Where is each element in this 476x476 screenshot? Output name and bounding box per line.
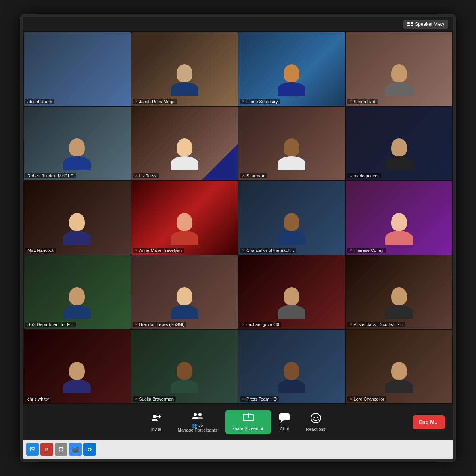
taskbar-zoom-icon[interactable]: 📹 — [69, 443, 82, 456]
invite-button[interactable]: Invite — [143, 409, 170, 435]
svg-point-0 — [153, 415, 157, 418]
taskbar: ✉ P ⚙ 📹 O — [23, 440, 453, 459]
video-tile-lord-chancellor[interactable]: ✕Lord Chancellor — [346, 330, 453, 403]
video-tile-markspencer[interactable]: ✕markspencer — [346, 107, 453, 180]
name-text-chancellor: Chancellor of the Exch... — [246, 248, 294, 253]
video-tile-sos-dept[interactable]: SoS Department for E... — [24, 255, 131, 329]
video-tile-whitty[interactable]: chris whitty — [24, 330, 131, 403]
mute-icon: ✕ — [349, 248, 353, 252]
video-tile-robert[interactable]: Robert Jenrick, MHCLG — [24, 107, 131, 180]
speaker-view-button[interactable]: Speaker View — [403, 20, 448, 29]
video-tile-liz[interactable]: ✕Liz Truss — [131, 107, 238, 180]
participants-button[interactable]: 👥 35 Manage Participants — [170, 409, 225, 436]
participant-name-robert: Robert Jenrick, MHCLG — [25, 173, 76, 178]
mute-icon: ✕ — [135, 248, 138, 252]
name-text-braverman: Suella Braverman — [139, 397, 174, 401]
video-tile-press-team[interactable]: ✕Press Team HQ — [238, 330, 345, 403]
taskbar-settings-icon[interactable]: ⚙ — [55, 443, 67, 456]
taskbar-mail-icon[interactable]: ✉ — [26, 443, 39, 456]
participant-name-simon: ✕Simon Hart — [347, 99, 378, 104]
participant-name-markspencer: ✕markspencer — [347, 173, 381, 178]
name-text-jacob: Jacob Rees-Mogg — [139, 99, 175, 104]
person-sim-hancock — [63, 213, 91, 245]
video-tile-braverman[interactable]: ✕Suella Braverman — [131, 330, 238, 403]
speaker-view-label: Speaker View — [415, 21, 444, 27]
reactions-button[interactable]: Reactions — [298, 409, 333, 435]
svg-point-3 — [194, 413, 197, 416]
person-sim-alister — [385, 287, 413, 319]
share-screen-button[interactable]: Share Screen ▲ — [225, 410, 271, 434]
mute-icon: ✕ — [242, 100, 245, 104]
video-tile-jacob[interactable]: ✕Jacob Rees-Mogg — [131, 32, 238, 106]
name-text-simon: Simon Hart — [354, 99, 376, 104]
video-tile-brandon[interactable]: ✕Brandon Lewis (SoSNI) — [131, 255, 238, 329]
participant-name-jacob: ✕Jacob Rees-Mogg — [133, 99, 177, 104]
invite-icon — [151, 413, 162, 425]
mute-icon: ✕ — [242, 397, 245, 401]
video-tile-alister[interactable]: ✕Alister Jack - Scottish S... — [346, 255, 453, 329]
participant-name-sos-dept: SoS Department for E... — [25, 322, 76, 327]
person-sim-sharma — [278, 138, 305, 170]
participant-name-gove: ✕michael.gove739 — [240, 322, 281, 327]
svg-marker-8 — [280, 420, 284, 423]
chat-label: Chat — [280, 426, 289, 431]
name-text-home-sec: Home Secretary — [246, 99, 278, 104]
name-text-cabinet-room: abinet Room — [27, 99, 52, 104]
participants-count-container: 👥 35 Manage Participants — [178, 423, 217, 432]
svg-point-10 — [313, 417, 315, 418]
chat-icon — [279, 413, 290, 425]
person-sim-liz — [171, 138, 198, 170]
mute-icon: ✕ — [349, 174, 353, 178]
video-tile-chancellor[interactable]: ✕Chancellor of the Exch... — [238, 181, 345, 255]
participant-name-alister: ✕Alister Jack - Scottish S... — [347, 322, 405, 327]
person-sim-chancellor — [278, 213, 305, 245]
video-tile-coffey[interactable]: ✕Therese Coffey — [346, 181, 453, 255]
person-sim-braverman — [171, 362, 198, 393]
person-sim-simon — [385, 64, 413, 96]
participants-icon — [192, 412, 203, 421]
participant-name-trevelyan: ✕Anne-Marie Trevelyan — [133, 248, 184, 253]
person-sim-jacob — [171, 64, 198, 96]
chat-button[interactable]: Chat — [271, 410, 298, 434]
name-text-markspencer: markspencer — [354, 173, 379, 178]
taskbar-ppt-icon[interactable]: P — [40, 443, 53, 456]
name-text-sharma: SharmaA — [246, 173, 265, 178]
person-sim-whitty — [63, 362, 91, 393]
participant-name-liz: ✕Liz Truss — [133, 173, 159, 178]
video-tile-cabinet-room[interactable]: abinet Room — [24, 32, 131, 106]
monitor: Speaker View abinet Room✕Jacob Rees-Mogg… — [20, 14, 456, 462]
participants-count-icon: 👥 — [192, 423, 197, 428]
name-text-hancock: Matt Hancock — [27, 248, 54, 253]
mute-icon: ✕ — [242, 248, 245, 252]
mute-icon: ✕ — [242, 174, 245, 178]
participant-name-press-team: ✕Press Team HQ — [240, 396, 279, 402]
participant-name-cabinet-room: abinet Room — [25, 99, 54, 104]
video-tile-trevelyan[interactable]: ✕Anne-Marie Trevelyan — [131, 181, 238, 255]
person-sim-press-team — [278, 362, 305, 393]
participant-name-brandon: ✕Brandon Lewis (SoSNI) — [133, 322, 187, 327]
end-meeting-button[interactable]: End M... — [413, 415, 445, 429]
person-sim-home-sec — [278, 64, 305, 96]
participant-name-lord-chancellor: ✕Lord Chancellor — [347, 396, 387, 402]
participant-name-chancellor: ✕Chancellor of the Exch... — [240, 248, 296, 253]
video-tile-hancock[interactable]: Matt Hancock — [24, 181, 131, 255]
name-text-press-team: Press Team HQ — [246, 397, 277, 401]
participant-name-coffey: ✕Therese Coffey — [347, 248, 386, 253]
person-sim-lord-chancellor — [385, 362, 413, 393]
name-text-lord-chancellor: Lord Chancellor — [354, 397, 385, 401]
taskbar-outlook-icon[interactable]: O — [83, 443, 96, 456]
name-text-brandon: Brandon Lewis (SoSNI) — [139, 322, 185, 327]
video-tile-gove[interactable]: ✕michael.gove739 — [238, 255, 345, 329]
video-tile-sharma[interactable]: ✕SharmaA — [238, 107, 345, 180]
name-text-trevelyan: Anne-Marie Trevelyan — [139, 248, 182, 253]
grid-icon — [407, 22, 413, 26]
video-tile-simon[interactable]: ✕Simon Hart — [346, 32, 453, 106]
video-tile-home-sec[interactable]: ✕Home Secretary — [238, 32, 345, 106]
mute-icon: ✕ — [135, 174, 138, 178]
svg-point-4 — [198, 413, 202, 416]
mute-icon: ✕ — [349, 322, 353, 326]
invite-label: Invite — [151, 427, 161, 432]
person-sim-coffey — [385, 213, 413, 245]
person-sim-brandon — [171, 287, 198, 319]
participant-name-hancock: Matt Hancock — [25, 248, 56, 253]
